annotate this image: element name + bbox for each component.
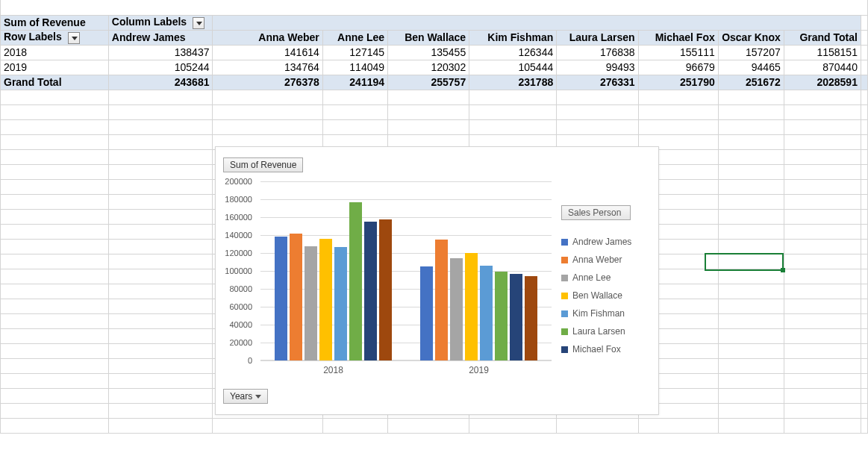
bar [420,266,433,360]
pivot-data-row-0: 2018 138437 141614 127145 135455 126344 … [1,45,868,60]
y-tick: 20000 [215,338,252,347]
bar [435,240,448,360]
bar [450,258,463,360]
bar [290,234,302,360]
legend-swatch [561,310,568,317]
legend-label: Anna Weber [572,254,622,265]
y-tick: 0 [215,356,252,365]
legend-swatch [561,257,568,263]
chart-plot-area [260,181,552,360]
legend-swatch [561,239,568,246]
bar [275,237,287,360]
legend-label: Anne Lee [572,272,611,283]
legend-swatch [561,275,568,281]
y-tick: 100000 [215,266,252,275]
bar [364,222,377,360]
legend-item: Anne Lee [561,272,651,283]
legend-field-button[interactable]: Sales Person [561,205,631,220]
pivot-grand-total-row: Grand Total 243681 276378 241194 255757 … [1,75,868,90]
bar [305,246,317,360]
pivot-top-header-row: Sum of Revenue Column Labels [1,15,868,30]
col-hdr-1: Anna Weber [213,30,322,45]
col-hdr-3: Ben Wallace [388,30,469,45]
y-tick: 120000 [215,249,252,257]
bar [510,274,522,360]
col-hdr-8: Grand Total [784,30,861,45]
legend-swatch [561,346,568,353]
legend-item: Kim Fishman [561,308,651,319]
chevron-down-icon [255,395,261,399]
legend-label: Ben Wallace [572,290,622,301]
column-labels-dropdown-icon[interactable] [193,17,204,29]
col-hdr-5: Laura Larsen [557,30,638,45]
col-hdr-7: Oscar Knox [718,30,784,45]
bar [525,276,537,360]
bar [495,272,508,360]
y-tick: 60000 [215,302,252,311]
row-labels-dropdown-icon[interactable] [68,32,80,44]
legend-item: Laura Larsen [561,326,651,337]
x-category-1: 2019 [406,365,552,375]
y-tick: 160000 [215,213,252,222]
legend-swatch [561,328,568,335]
col-hdr-2: Anne Lee [322,30,387,45]
bar [319,239,332,360]
chart-y-axis: 0200004000060000800001000001200001400001… [216,181,257,360]
bar [465,253,478,360]
blank-row [1,0,868,15]
y-tick: 40000 [215,320,252,329]
bar [334,247,347,360]
x-category-0: 2018 [260,365,406,375]
bar [480,266,493,360]
legend-label: Kim Fishman [572,308,625,319]
pivot-row-labels-cell[interactable]: Row Labels [1,30,109,45]
legend-label: Andrew James [572,237,631,247]
pivot-data-row-1: 2019 105244 134764 114049 120302 105444 … [1,60,868,75]
chart-legend: Sales Person Andrew JamesAnna WeberAnne … [561,205,651,362]
row-label-1: 2019 [1,60,109,75]
legend-item: Anna Weber [561,254,651,265]
y-tick: 180000 [215,195,252,204]
value-field-button[interactable]: Sum of Revenue [223,157,303,172]
legend-label: Michael Fox [572,344,621,355]
col-hdr-4: Kim Fishman [469,30,557,45]
pivot-chart[interactable]: Sum of Revenue Years 0200004000060000800… [215,146,659,415]
col-hdr-0: Andrew James [108,30,213,45]
y-tick: 80000 [215,284,252,293]
legend-item: Andrew James [561,237,651,247]
legend-item: Ben Wallace [561,290,651,301]
col-hdr-6: Michael Fox [638,30,718,45]
axis-field-button[interactable]: Years [223,389,268,404]
pivot-corner-label: Sum of Revenue [1,15,109,30]
y-tick: 200000 [215,177,252,186]
legend-swatch [561,293,568,299]
row-label-0: 2018 [1,45,109,60]
y-tick: 140000 [215,231,252,240]
pivot-column-header-row: Row Labels Andrew James Anna Weber Anne … [1,30,868,45]
legend-label: Laura Larsen [572,326,625,337]
grand-total-label: Grand Total [1,75,109,90]
pivot-column-labels-cell[interactable]: Column Labels [108,15,213,30]
bar [379,219,392,360]
legend-item: Michael Fox [561,344,651,355]
bar [349,202,362,360]
